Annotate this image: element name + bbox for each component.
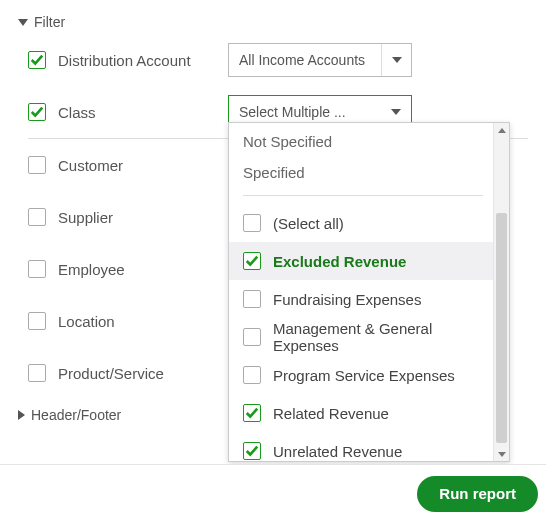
supplier-label: Supplier <box>58 209 113 226</box>
program-label: Program Service Expenses <box>273 367 455 384</box>
related-checkbox[interactable] <box>243 404 261 422</box>
distribution-checkbox[interactable] <box>28 51 46 69</box>
class-dropdown-panel: Not Specified Specified (Select all) Exc… <box>228 122 510 462</box>
dropdown-item-excluded-revenue[interactable]: Excluded Revenue <box>229 242 493 280</box>
dropdown-scrollbar[interactable] <box>493 123 509 461</box>
unrelated-label: Unrelated Revenue <box>273 443 402 460</box>
customer-checkbox[interactable] <box>28 156 46 174</box>
header-footer-title: Header/Footer <box>31 407 121 423</box>
class-select-value: Select Multiple ... <box>229 104 381 120</box>
excluded-revenue-checkbox[interactable] <box>243 252 261 270</box>
dropdown-item-fundraising[interactable]: Fundraising Expenses <box>243 280 493 318</box>
location-checkbox[interactable] <box>28 312 46 330</box>
class-checkbox[interactable] <box>28 103 46 121</box>
filter-section-title: Filter <box>34 14 65 30</box>
supplier-checkbox[interactable] <box>28 208 46 226</box>
management-label: Management & General Expenses <box>273 320 489 354</box>
distribution-select-value: All Income Accounts <box>229 52 381 68</box>
triangle-up-icon <box>498 128 506 133</box>
dropdown-item-program[interactable]: Program Service Expenses <box>243 356 493 394</box>
scroll-up-arrow[interactable] <box>494 123 509 137</box>
program-checkbox[interactable] <box>243 366 261 384</box>
distribution-select-caret[interactable] <box>381 44 411 76</box>
dropdown-item-unrelated[interactable]: Unrelated Revenue <box>243 432 493 461</box>
run-report-button[interactable]: Run report <box>417 476 538 512</box>
chevron-right-icon <box>18 410 25 420</box>
employee-label: Employee <box>58 261 125 278</box>
filter-row-distribution: Distribution Account All Income Accounts <box>28 34 528 86</box>
product-checkbox[interactable] <box>28 364 46 382</box>
fundraising-checkbox[interactable] <box>243 290 261 308</box>
dropdown-group-specified[interactable]: Specified <box>243 160 493 191</box>
unrelated-checkbox[interactable] <box>243 442 261 460</box>
distribution-select[interactable]: All Income Accounts <box>228 43 412 77</box>
dropdown-item-management[interactable]: Management & General Expenses <box>243 318 493 356</box>
dropdown-item-related[interactable]: Related Revenue <box>243 394 493 432</box>
caret-down-icon <box>391 109 401 115</box>
employee-checkbox[interactable] <box>28 260 46 278</box>
management-checkbox[interactable] <box>243 328 261 346</box>
fundraising-label: Fundraising Expenses <box>273 291 421 308</box>
triangle-down-icon <box>498 452 506 457</box>
product-label: Product/Service <box>58 365 164 382</box>
scroll-down-arrow[interactable] <box>494 447 509 461</box>
filter-section-toggle[interactable]: Filter <box>18 10 528 34</box>
select-all-checkbox[interactable] <box>243 214 261 232</box>
select-all-label: (Select all) <box>273 215 344 232</box>
excluded-revenue-label: Excluded Revenue <box>273 253 406 270</box>
dropdown-item-select-all[interactable]: (Select all) <box>243 204 493 242</box>
dropdown-divider <box>243 195 483 196</box>
related-label: Related Revenue <box>273 405 389 422</box>
chevron-down-icon <box>18 19 28 26</box>
location-label: Location <box>58 313 115 330</box>
distribution-label: Distribution Account <box>58 52 191 69</box>
footer-bar: Run report <box>0 464 546 522</box>
class-label: Class <box>58 104 96 121</box>
scroll-thumb[interactable] <box>496 213 507 443</box>
dropdown-group-not-specified[interactable]: Not Specified <box>243 129 493 160</box>
caret-down-icon <box>392 57 402 63</box>
customer-label: Customer <box>58 157 123 174</box>
